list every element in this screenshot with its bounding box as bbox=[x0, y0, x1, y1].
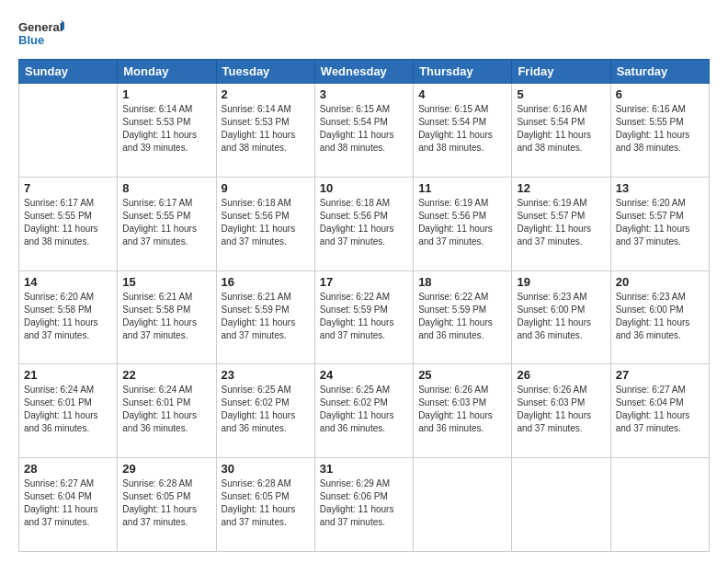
day-info: Sunrise: 6:14 AM Sunset: 5:53 PM Dayligh… bbox=[122, 103, 210, 155]
calendar-cell bbox=[19, 84, 118, 178]
day-number: 25 bbox=[418, 368, 506, 382]
calendar-cell: 12Sunrise: 6:19 AM Sunset: 5:57 PM Dayli… bbox=[512, 177, 610, 270]
day-number: 3 bbox=[320, 87, 408, 101]
day-info: Sunrise: 6:14 AM Sunset: 5:53 PM Dayligh… bbox=[222, 103, 310, 155]
day-info: Sunrise: 6:27 AM Sunset: 6:04 PM Dayligh… bbox=[24, 477, 112, 529]
calendar-cell: 6Sunrise: 6:16 AM Sunset: 5:55 PM Daylig… bbox=[610, 84, 709, 178]
calendar-cell: 21Sunrise: 6:24 AM Sunset: 6:01 PM Dayli… bbox=[19, 364, 118, 458]
week-row-3: 21Sunrise: 6:24 AM Sunset: 6:01 PM Dayli… bbox=[19, 364, 710, 458]
weekday-header-tuesday: Tuesday bbox=[216, 60, 314, 84]
calendar-cell: 18Sunrise: 6:22 AM Sunset: 5:59 PM Dayli… bbox=[414, 270, 512, 364]
calendar-cell: 27Sunrise: 6:27 AM Sunset: 6:04 PM Dayli… bbox=[610, 364, 709, 458]
calendar-cell: 19Sunrise: 6:23 AM Sunset: 6:00 PM Dayli… bbox=[512, 270, 610, 364]
calendar-cell: 20Sunrise: 6:23 AM Sunset: 6:00 PM Dayli… bbox=[610, 270, 709, 364]
day-info: Sunrise: 6:20 AM Sunset: 5:58 PM Dayligh… bbox=[24, 291, 112, 342]
weekday-header-wednesday: Wednesday bbox=[314, 60, 413, 84]
day-number: 22 bbox=[122, 368, 210, 382]
day-number: 16 bbox=[222, 275, 310, 289]
day-info: Sunrise: 6:20 AM Sunset: 5:57 PM Dayligh… bbox=[616, 197, 704, 248]
day-info: Sunrise: 6:28 AM Sunset: 6:05 PM Dayligh… bbox=[122, 477, 210, 529]
weekday-header-thursday: Thursday bbox=[414, 60, 512, 84]
calendar-cell: 25Sunrise: 6:26 AM Sunset: 6:03 PM Dayli… bbox=[414, 364, 512, 458]
day-number: 1 bbox=[122, 87, 210, 101]
day-number: 19 bbox=[517, 275, 605, 289]
day-info: Sunrise: 6:19 AM Sunset: 5:57 PM Dayligh… bbox=[517, 197, 605, 248]
svg-text:General: General bbox=[18, 20, 63, 34]
day-info: Sunrise: 6:22 AM Sunset: 5:59 PM Dayligh… bbox=[418, 291, 506, 342]
day-info: Sunrise: 6:15 AM Sunset: 5:54 PM Dayligh… bbox=[418, 103, 506, 155]
day-number: 11 bbox=[418, 181, 506, 195]
day-number: 5 bbox=[517, 87, 605, 101]
calendar-cell: 16Sunrise: 6:21 AM Sunset: 5:59 PM Dayli… bbox=[216, 270, 314, 364]
week-row-1: 7Sunrise: 6:17 AM Sunset: 5:55 PM Daylig… bbox=[19, 177, 710, 270]
calendar-cell: 9Sunrise: 6:18 AM Sunset: 5:56 PM Daylig… bbox=[216, 177, 314, 270]
weekday-header-sunday: Sunday bbox=[19, 60, 118, 84]
calendar-cell: 29Sunrise: 6:28 AM Sunset: 6:05 PM Dayli… bbox=[118, 458, 216, 552]
calendar-cell: 8Sunrise: 6:17 AM Sunset: 5:55 PM Daylig… bbox=[118, 177, 216, 270]
day-info: Sunrise: 6:16 AM Sunset: 5:54 PM Dayligh… bbox=[517, 103, 605, 155]
calendar-cell: 22Sunrise: 6:24 AM Sunset: 6:01 PM Dayli… bbox=[118, 364, 216, 458]
day-info: Sunrise: 6:26 AM Sunset: 6:03 PM Dayligh… bbox=[418, 384, 506, 435]
day-info: Sunrise: 6:22 AM Sunset: 5:59 PM Dayligh… bbox=[320, 291, 408, 342]
day-number: 24 bbox=[320, 368, 408, 382]
day-info: Sunrise: 6:21 AM Sunset: 5:59 PM Dayligh… bbox=[222, 291, 310, 342]
calendar-cell: 17Sunrise: 6:22 AM Sunset: 5:59 PM Dayli… bbox=[314, 270, 413, 364]
calendar-cell: 13Sunrise: 6:20 AM Sunset: 5:57 PM Dayli… bbox=[610, 177, 709, 270]
weekday-header-saturday: Saturday bbox=[610, 60, 709, 84]
calendar-cell: 11Sunrise: 6:19 AM Sunset: 5:56 PM Dayli… bbox=[414, 177, 512, 270]
week-row-4: 28Sunrise: 6:27 AM Sunset: 6:04 PM Dayli… bbox=[19, 458, 710, 552]
day-number: 28 bbox=[24, 462, 112, 476]
day-info: Sunrise: 6:27 AM Sunset: 6:04 PM Dayligh… bbox=[616, 384, 704, 435]
day-number: 29 bbox=[122, 462, 210, 476]
day-info: Sunrise: 6:18 AM Sunset: 5:56 PM Dayligh… bbox=[222, 197, 310, 248]
day-number: 7 bbox=[24, 181, 112, 195]
day-number: 26 bbox=[517, 368, 605, 382]
day-info: Sunrise: 6:26 AM Sunset: 6:03 PM Dayligh… bbox=[517, 384, 605, 435]
calendar-cell: 26Sunrise: 6:26 AM Sunset: 6:03 PM Dayli… bbox=[512, 364, 610, 458]
calendar-cell: 5Sunrise: 6:16 AM Sunset: 5:54 PM Daylig… bbox=[512, 84, 610, 178]
day-number: 10 bbox=[320, 181, 408, 195]
day-number: 17 bbox=[320, 275, 408, 289]
calendar-cell: 23Sunrise: 6:25 AM Sunset: 6:02 PM Dayli… bbox=[216, 364, 314, 458]
day-info: Sunrise: 6:16 AM Sunset: 5:55 PM Dayligh… bbox=[616, 103, 704, 155]
day-info: Sunrise: 6:24 AM Sunset: 6:01 PM Dayligh… bbox=[24, 384, 112, 435]
week-row-0: 1Sunrise: 6:14 AM Sunset: 5:53 PM Daylig… bbox=[19, 84, 710, 178]
calendar-cell: 14Sunrise: 6:20 AM Sunset: 5:58 PM Dayli… bbox=[19, 270, 118, 364]
day-info: Sunrise: 6:25 AM Sunset: 6:02 PM Dayligh… bbox=[222, 384, 310, 435]
weekday-header-monday: Monday bbox=[118, 60, 216, 84]
day-number: 12 bbox=[517, 181, 605, 195]
calendar-cell: 4Sunrise: 6:15 AM Sunset: 5:54 PM Daylig… bbox=[414, 84, 512, 178]
calendar-cell: 10Sunrise: 6:18 AM Sunset: 5:56 PM Dayli… bbox=[314, 177, 413, 270]
day-number: 23 bbox=[222, 368, 310, 382]
day-info: Sunrise: 6:23 AM Sunset: 6:00 PM Dayligh… bbox=[517, 291, 605, 342]
day-number: 2 bbox=[222, 87, 310, 101]
day-number: 9 bbox=[222, 181, 310, 195]
day-number: 21 bbox=[24, 368, 112, 382]
calendar-cell: 2Sunrise: 6:14 AM Sunset: 5:53 PM Daylig… bbox=[216, 84, 314, 178]
day-info: Sunrise: 6:28 AM Sunset: 6:05 PM Dayligh… bbox=[222, 477, 310, 529]
calendar-cell bbox=[414, 458, 512, 552]
calendar-cell: 28Sunrise: 6:27 AM Sunset: 6:04 PM Dayli… bbox=[19, 458, 118, 552]
day-info: Sunrise: 6:18 AM Sunset: 5:56 PM Dayligh… bbox=[320, 197, 408, 248]
calendar-cell: 24Sunrise: 6:25 AM Sunset: 6:02 PM Dayli… bbox=[314, 364, 413, 458]
calendar-cell: 15Sunrise: 6:21 AM Sunset: 5:58 PM Dayli… bbox=[118, 270, 216, 364]
day-number: 4 bbox=[418, 87, 506, 101]
day-number: 15 bbox=[122, 275, 210, 289]
calendar-cell bbox=[610, 458, 709, 552]
day-info: Sunrise: 6:17 AM Sunset: 5:55 PM Dayligh… bbox=[24, 197, 112, 248]
day-info: Sunrise: 6:23 AM Sunset: 6:00 PM Dayligh… bbox=[616, 291, 704, 342]
svg-text:Blue: Blue bbox=[18, 33, 44, 47]
calendar-table: SundayMondayTuesdayWednesdayThursdayFrid… bbox=[18, 59, 710, 552]
header: General Blue bbox=[18, 17, 710, 50]
calendar-cell: 31Sunrise: 6:29 AM Sunset: 6:06 PM Dayli… bbox=[314, 458, 413, 552]
calendar-cell: 30Sunrise: 6:28 AM Sunset: 6:05 PM Dayli… bbox=[216, 458, 314, 552]
day-number: 14 bbox=[24, 275, 112, 289]
day-number: 13 bbox=[616, 181, 704, 195]
logo: General Blue bbox=[18, 17, 64, 50]
weekday-header-row: SundayMondayTuesdayWednesdayThursdayFrid… bbox=[19, 60, 710, 84]
day-info: Sunrise: 6:15 AM Sunset: 5:54 PM Dayligh… bbox=[320, 103, 408, 155]
calendar-cell: 7Sunrise: 6:17 AM Sunset: 5:55 PM Daylig… bbox=[19, 177, 118, 270]
day-info: Sunrise: 6:17 AM Sunset: 5:55 PM Dayligh… bbox=[122, 197, 210, 248]
svg-marker-2 bbox=[62, 20, 64, 31]
day-number: 30 bbox=[222, 462, 310, 476]
